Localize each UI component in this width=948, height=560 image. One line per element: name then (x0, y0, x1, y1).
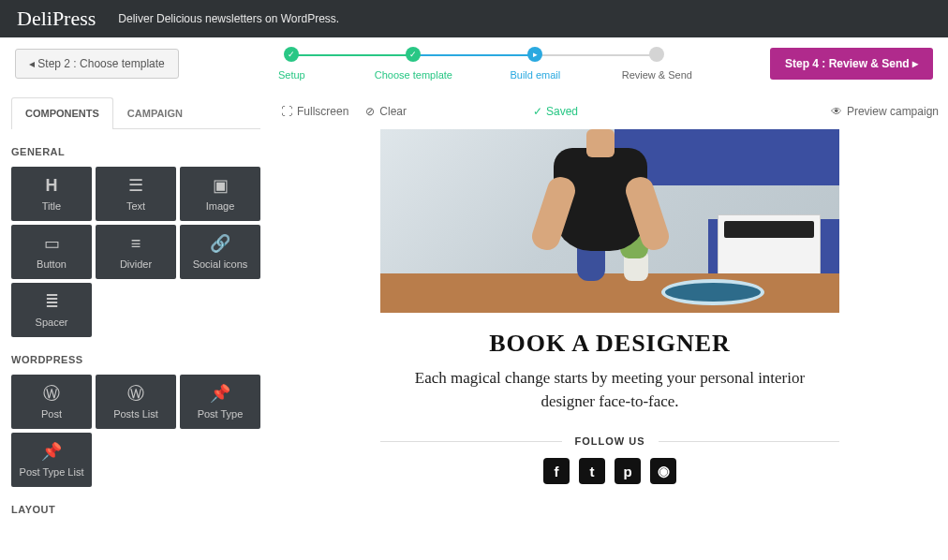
sidebar-tabs: COMPONENTS CAMPAIGN (11, 97, 260, 129)
forward-step-label: Step 4 : Review & Send (785, 57, 910, 70)
chevron-left-icon: ◂ (29, 57, 35, 70)
check-icon: ✓ (284, 47, 299, 62)
clear-button[interactable]: ⊘Clear (365, 105, 407, 118)
email-social-icons[interactable]: f t p ◉ (380, 458, 839, 484)
canvas-toolbar: ⛶Fullscreen ⊘Clear ✓Saved 👁Preview campa… (281, 97, 939, 129)
section-general-label: GENERAL (11, 146, 260, 157)
tile-spacer[interactable]: ≣Spacer (11, 283, 92, 337)
divider-icon: ≡ (126, 234, 145, 253)
check-icon: ✓ (406, 47, 421, 62)
wordpress-icon: Ⓦ (42, 384, 61, 403)
section-layout-label: LAYOUT (11, 504, 260, 515)
tile-text[interactable]: ☰Text (96, 167, 176, 221)
step-setup[interactable]: ✓ Setup (230, 47, 352, 81)
step-build-email[interactable]: ▸ Build email (474, 47, 596, 81)
eye-icon: 👁 (831, 105, 842, 118)
brand-tagline: Deliver Delicious newsletters on WordPre… (118, 12, 339, 25)
tile-button[interactable]: ▭Button (11, 225, 92, 279)
tile-post[interactable]: ⓌPost (11, 375, 92, 429)
pinterest-icon[interactable]: p (615, 458, 641, 484)
step-review-send[interactable]: Review & Send (596, 47, 718, 81)
tile-divider[interactable]: ≡Divider (96, 225, 176, 279)
saved-indicator: ✓Saved (533, 105, 578, 118)
facebook-icon[interactable]: f (543, 458, 570, 484)
button-icon: ▭ (42, 234, 61, 253)
step-label: Build email (510, 69, 560, 81)
fullscreen-icon: ⛶ (281, 105, 292, 118)
pin-icon: 📌 (42, 442, 61, 461)
dot-icon (649, 47, 664, 62)
pin-icon: 📌 (211, 384, 230, 403)
tiles-wordpress: ⓌPost ⓌPosts List 📌Post Type 📌Post Type … (11, 375, 260, 487)
fullscreen-button[interactable]: ⛶Fullscreen (281, 105, 348, 118)
step-label: Setup (278, 69, 305, 81)
tab-components[interactable]: COMPONENTS (11, 97, 113, 129)
back-step-label: Step 2 : Choose template (37, 57, 164, 70)
step-label: Choose template (375, 69, 452, 81)
email-body-text[interactable]: Each magical change starts by meeting yo… (380, 367, 839, 413)
follow-us-label[interactable]: FOLLOW US (575, 435, 645, 447)
clear-icon: ⊘ (365, 105, 375, 118)
back-step-button[interactable]: ◂ Step 2 : Choose template (15, 49, 179, 79)
brand-logo: DeliPress (17, 7, 96, 31)
tile-image[interactable]: ▣Image (180, 167, 260, 221)
check-icon: ✓ (533, 105, 542, 118)
tile-post-type-list[interactable]: 📌Post Type List (11, 433, 92, 487)
heading-icon: H (42, 176, 61, 195)
section-wordpress-label: WORDPRESS (11, 354, 260, 365)
tab-campaign[interactable]: CAMPAIGN (113, 97, 197, 128)
share-icon: 🔗 (211, 234, 230, 253)
step-label: Review & Send (622, 69, 692, 81)
builder-sidebar: COMPONENTS CAMPAIGN GENERAL HTitle ☰Text… (0, 97, 272, 543)
follow-us-row: FOLLOW US (380, 435, 839, 447)
tile-post-type[interactable]: 📌Post Type (180, 375, 260, 429)
tiles-general: HTitle ☰Text ▣Image ▭Button ≡Divider 🔗So… (11, 167, 260, 337)
step-choose-template[interactable]: ✓ Choose template (352, 47, 474, 81)
play-icon: ▸ (527, 47, 542, 62)
text-lines-icon: ☰ (126, 176, 145, 195)
forward-step-button[interactable]: Step 4 : Review & Send ▸ (770, 48, 933, 80)
progress-stepper: ✓ Setup ✓ Choose template ▸ Build email … (179, 47, 770, 81)
app-topbar: DeliPress Deliver Delicious newsletters … (0, 0, 948, 37)
chevron-right-icon: ▸ (912, 57, 918, 70)
header-row: ◂ Step 2 : Choose template ✓ Setup ✓ Cho… (0, 37, 948, 97)
instagram-icon[interactable]: ◉ (650, 458, 676, 484)
preview-campaign-button[interactable]: 👁Preview campaign (831, 105, 939, 118)
tile-social-icons[interactable]: 🔗Social icons (180, 225, 260, 279)
spacer-icon: ≣ (42, 292, 61, 311)
email-heading[interactable]: BOOK A DESIGNER (380, 330, 839, 358)
email-preview[interactable]: BOOK A DESIGNER Each magical change star… (380, 129, 839, 484)
email-canvas-area: ⛶Fullscreen ⊘Clear ✓Saved 👁Preview campa… (272, 97, 948, 543)
tile-title[interactable]: HTitle (11, 167, 92, 221)
image-icon: ▣ (211, 176, 230, 195)
wordpress-icon: Ⓦ (126, 384, 145, 403)
email-hero-image[interactable] (380, 129, 839, 313)
twitter-icon[interactable]: t (579, 458, 605, 484)
tile-posts-list[interactable]: ⓌPosts List (96, 375, 176, 429)
